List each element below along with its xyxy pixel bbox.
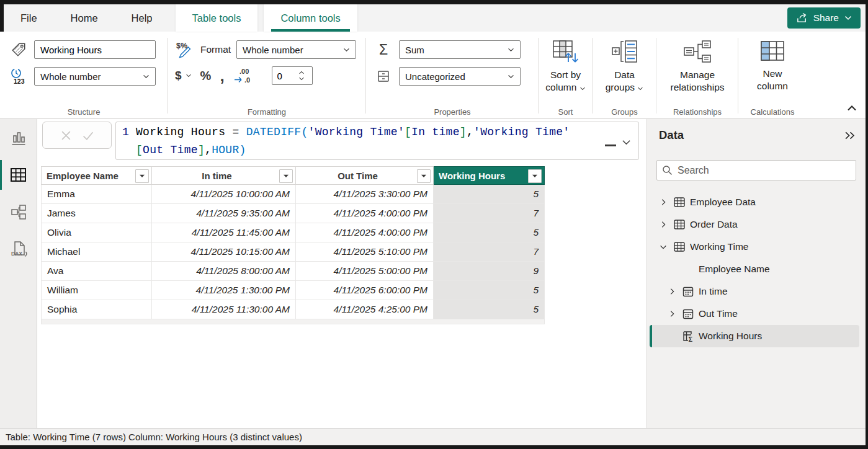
- cell-employee-name[interactable]: Ava: [41, 262, 152, 281]
- cell-in-time[interactable]: 4/11/2025 1:30:00 PM: [152, 281, 296, 300]
- column-header-in-time[interactable]: In time: [152, 166, 296, 185]
- cell-out-time[interactable]: 4/11/2025 6:00:00 PM: [296, 281, 434, 300]
- cell-working-hours[interactable]: 5: [434, 223, 545, 242]
- dax-query-view-button[interactable]: DAX: [0, 231, 37, 268]
- cell-in-time[interactable]: 4/11/2025 10:00:00 AM: [152, 185, 296, 204]
- tab-column-tools[interactable]: Column tools: [264, 4, 357, 32]
- group-label-relationships: Relationships: [656, 107, 738, 117]
- tab-file[interactable]: File: [4, 4, 54, 32]
- cell-out-time[interactable]: 4/11/2025 5:10:00 PM: [296, 242, 434, 262]
- tab-help[interactable]: Help: [115, 4, 169, 32]
- data-pane-item-out-time[interactable]: Out Time: [650, 303, 859, 325]
- report-view-button[interactable]: [0, 119, 37, 156]
- table-icon: [671, 196, 687, 208]
- cell-in-time[interactable]: 4/11/2025 11:45:00 AM: [152, 223, 296, 242]
- share-button[interactable]: Share: [787, 7, 861, 29]
- percent-format-button[interactable]: %: [200, 69, 212, 83]
- search-icon: [662, 165, 673, 176]
- column-header-out-time[interactable]: Out Time: [296, 166, 434, 185]
- thousands-separator-button[interactable]: ,: [220, 71, 224, 80]
- expand-chevron-icon[interactable]: [656, 220, 671, 229]
- cell-working-hours[interactable]: 9: [434, 262, 545, 281]
- cell-working-hours[interactable]: 7: [434, 242, 545, 262]
- data-pane-item-employee-name[interactable]: Employee Name: [650, 258, 859, 280]
- cell-in-time[interactable]: 4/11/2025 8:00:00 AM: [152, 262, 296, 281]
- data-groups-button[interactable]: Datagroups: [593, 32, 656, 105]
- format-dropdown[interactable]: Whole number: [236, 40, 356, 59]
- expand-chevron-icon[interactable]: [656, 198, 671, 207]
- filter-dropdown-icon[interactable]: [528, 169, 542, 183]
- chevron-down-icon[interactable]: [186, 74, 192, 78]
- tab-table-tools[interactable]: Table tools: [176, 4, 258, 32]
- data-pane-item-working-time[interactable]: Working Time: [650, 236, 859, 258]
- column-name-input[interactable]: [40, 45, 150, 55]
- calculated-column-icon: Σ: [679, 330, 696, 342]
- window-frame-left: [0, 0, 4, 32]
- cell-employee-name[interactable]: Michael: [41, 242, 152, 262]
- cell-working-hours[interactable]: 7: [434, 204, 545, 223]
- data-pane-item-in-time[interactable]: In time: [650, 280, 859, 303]
- group-label-structure: Structure: [0, 107, 168, 117]
- formula-bar[interactable]: 1 Working Hours = DATEDIFF('Working Time…: [115, 122, 639, 160]
- data-pane-title: Data: [659, 128, 684, 142]
- table-row: William4/11/2025 1:30:00 PM4/11/2025 6:0…: [41, 281, 545, 300]
- commit-formula-icon[interactable]: [82, 130, 94, 141]
- cancel-formula-icon[interactable]: [60, 130, 72, 141]
- column-header-working-hours[interactable]: Working Hours: [434, 166, 545, 185]
- tab-home[interactable]: Home: [54, 4, 115, 32]
- group-label-sort: Sort: [539, 107, 593, 117]
- cell-working-hours[interactable]: 5: [434, 281, 545, 300]
- dax-formula[interactable]: Working Hours = DATEDIFF('Working Time'[…: [136, 123, 638, 159]
- model-view-button[interactable]: [0, 193, 37, 231]
- data-pane-item-employee-data[interactable]: Employee Data: [650, 191, 859, 213]
- column-header-employee-name[interactable]: Employee Name: [41, 166, 152, 185]
- table-row: Olivia4/11/2025 11:45:00 AM4/11/2025 4:0…: [41, 223, 545, 242]
- decimal-places-input[interactable]: [272, 71, 297, 81]
- table-view-button[interactable]: [0, 156, 37, 193]
- filter-dropdown-icon[interactable]: [417, 169, 431, 183]
- expand-chevron-icon[interactable]: [664, 309, 679, 318]
- cell-working-hours[interactable]: 5: [434, 185, 545, 204]
- cell-employee-name[interactable]: Sophia: [41, 300, 152, 319]
- cell-employee-name[interactable]: James: [41, 204, 152, 223]
- sort-by-column-button[interactable]: Sort bycolumn: [539, 32, 593, 105]
- cell-out-time[interactable]: 4/11/2025 4:25:00 PM: [296, 300, 434, 319]
- cell-working-hours[interactable]: 5: [434, 300, 545, 319]
- stepper-up-icon[interactable]: [298, 71, 305, 74]
- new-column-icon: [759, 40, 785, 62]
- cell-employee-name[interactable]: Olivia: [41, 223, 152, 242]
- collapse-chevron-icon[interactable]: [656, 242, 671, 251]
- data-pane-item-label: Employee Data: [690, 197, 756, 208]
- data-pane-item-label: Working Hours: [699, 331, 762, 342]
- ribbon-group-properties: Σ Sum Uncategorized Properties: [366, 32, 539, 118]
- cell-out-time[interactable]: 4/11/2025 4:00:00 PM: [296, 204, 434, 223]
- cell-in-time[interactable]: 4/11/2025 10:15:00 AM: [152, 242, 296, 262]
- new-column-button[interactable]: Newcolumn: [738, 32, 807, 105]
- expand-formula-bar-icon[interactable]: [620, 138, 632, 146]
- data-type-dropdown[interactable]: Whole number: [34, 67, 156, 86]
- cell-in-time[interactable]: 4/11/2025 9:35:00 AM: [152, 204, 296, 223]
- search-input[interactable]: [678, 165, 851, 176]
- collapse-pane-icon[interactable]: [843, 130, 857, 141]
- formula-bar-resize-handle[interactable]: [605, 144, 616, 146]
- filter-dropdown-icon[interactable]: [279, 169, 293, 183]
- format-value: Whole number: [243, 45, 303, 55]
- filter-dropdown-icon[interactable]: [135, 169, 149, 183]
- summarization-dropdown[interactable]: Sum: [399, 40, 521, 59]
- stepper-down-icon[interactable]: [298, 77, 305, 81]
- collapse-ribbon-button[interactable]: [844, 103, 859, 113]
- cell-out-time[interactable]: 4/11/2025 3:30:00 PM: [296, 185, 434, 204]
- cell-employee-name[interactable]: Emma: [41, 185, 152, 204]
- data-category-dropdown[interactable]: Uncategorized: [399, 67, 521, 86]
- ribbon-group-calculations: Newcolumn Calculations: [738, 32, 807, 118]
- data-pane-item-order-data[interactable]: Order Data: [650, 213, 859, 236]
- cell-employee-name[interactable]: William: [41, 281, 152, 300]
- currency-format-button[interactable]: $: [175, 69, 182, 82]
- decimal-places-icon[interactable]: .00.0: [233, 67, 254, 84]
- cell-in-time[interactable]: 4/11/2025 11:30:00 AM: [152, 300, 296, 319]
- manage-relationships-button[interactable]: Managerelationships: [656, 32, 738, 105]
- data-pane-item-working-hours[interactable]: ΣWorking Hours: [650, 325, 859, 347]
- cell-out-time[interactable]: 4/11/2025 5:00:00 PM: [296, 262, 434, 281]
- cell-out-time[interactable]: 4/11/2025 4:00:00 PM: [296, 223, 434, 242]
- expand-chevron-icon[interactable]: [664, 287, 679, 296]
